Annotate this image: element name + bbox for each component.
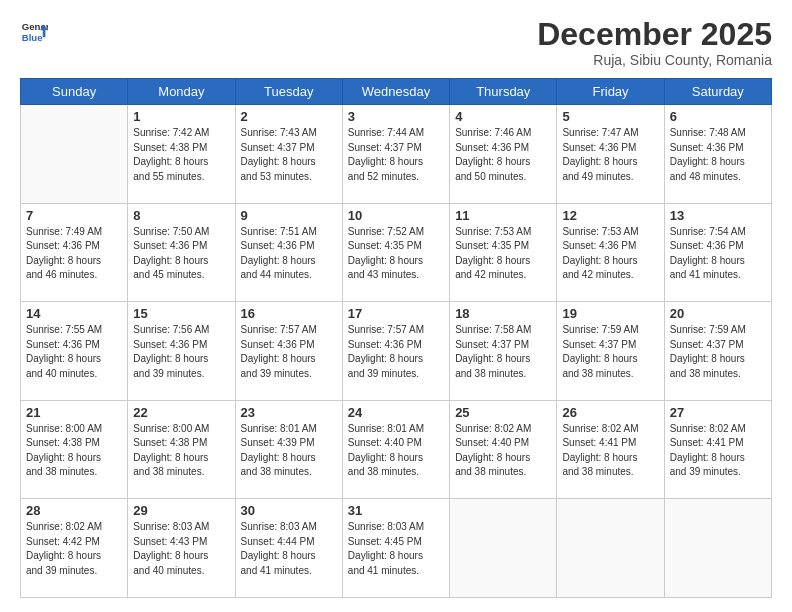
cell-info: Sunrise: 7:43 AM Sunset: 4:37 PM Dayligh… [241,126,337,184]
calendar-cell: 16Sunrise: 7:57 AM Sunset: 4:36 PM Dayli… [235,302,342,401]
cell-info: Sunrise: 7:54 AM Sunset: 4:36 PM Dayligh… [670,225,766,283]
cell-info: Sunrise: 7:59 AM Sunset: 4:37 PM Dayligh… [562,323,658,381]
day-number: 6 [670,109,766,124]
calendar-cell: 7Sunrise: 7:49 AM Sunset: 4:36 PM Daylig… [21,203,128,302]
calendar-cell: 19Sunrise: 7:59 AM Sunset: 4:37 PM Dayli… [557,302,664,401]
cell-info: Sunrise: 8:01 AM Sunset: 4:40 PM Dayligh… [348,422,444,480]
day-number: 10 [348,208,444,223]
calendar-cell: 25Sunrise: 8:02 AM Sunset: 4:40 PM Dayli… [450,400,557,499]
day-number: 22 [133,405,229,420]
day-number: 29 [133,503,229,518]
cell-info: Sunrise: 7:53 AM Sunset: 4:35 PM Dayligh… [455,225,551,283]
logo: General Blue [20,18,48,46]
day-number: 28 [26,503,122,518]
day-number: 26 [562,405,658,420]
day-number: 17 [348,306,444,321]
day-number: 23 [241,405,337,420]
calendar-week-3: 14Sunrise: 7:55 AM Sunset: 4:36 PM Dayli… [21,302,772,401]
month-title: December 2025 [537,18,772,50]
page: General Blue December 2025 Ruja, Sibiu C… [0,0,792,612]
cell-info: Sunrise: 7:44 AM Sunset: 4:37 PM Dayligh… [348,126,444,184]
cell-info: Sunrise: 8:02 AM Sunset: 4:42 PM Dayligh… [26,520,122,578]
day-number: 3 [348,109,444,124]
day-header-sunday: Sunday [21,79,128,105]
cell-info: Sunrise: 7:58 AM Sunset: 4:37 PM Dayligh… [455,323,551,381]
calendar-cell: 14Sunrise: 7:55 AM Sunset: 4:36 PM Dayli… [21,302,128,401]
cell-info: Sunrise: 7:47 AM Sunset: 4:36 PM Dayligh… [562,126,658,184]
cell-info: Sunrise: 7:53 AM Sunset: 4:36 PM Dayligh… [562,225,658,283]
logo-icon: General Blue [20,18,48,46]
day-header-wednesday: Wednesday [342,79,449,105]
calendar-week-4: 21Sunrise: 8:00 AM Sunset: 4:38 PM Dayli… [21,400,772,499]
cell-info: Sunrise: 8:00 AM Sunset: 4:38 PM Dayligh… [26,422,122,480]
day-number: 18 [455,306,551,321]
cell-info: Sunrise: 7:48 AM Sunset: 4:36 PM Dayligh… [670,126,766,184]
cell-info: Sunrise: 7:42 AM Sunset: 4:38 PM Dayligh… [133,126,229,184]
cell-info: Sunrise: 8:03 AM Sunset: 4:45 PM Dayligh… [348,520,444,578]
cell-info: Sunrise: 8:02 AM Sunset: 4:41 PM Dayligh… [670,422,766,480]
cell-info: Sunrise: 8:00 AM Sunset: 4:38 PM Dayligh… [133,422,229,480]
calendar-cell: 31Sunrise: 8:03 AM Sunset: 4:45 PM Dayli… [342,499,449,598]
calendar-cell: 30Sunrise: 8:03 AM Sunset: 4:44 PM Dayli… [235,499,342,598]
calendar-cell: 3Sunrise: 7:44 AM Sunset: 4:37 PM Daylig… [342,105,449,204]
day-number: 13 [670,208,766,223]
cell-info: Sunrise: 7:57 AM Sunset: 4:36 PM Dayligh… [241,323,337,381]
day-number: 5 [562,109,658,124]
day-number: 24 [348,405,444,420]
calendar-cell: 6Sunrise: 7:48 AM Sunset: 4:36 PM Daylig… [664,105,771,204]
calendar-cell [557,499,664,598]
calendar-cell: 1Sunrise: 7:42 AM Sunset: 4:38 PM Daylig… [128,105,235,204]
calendar-week-1: 1Sunrise: 7:42 AM Sunset: 4:38 PM Daylig… [21,105,772,204]
calendar-cell: 13Sunrise: 7:54 AM Sunset: 4:36 PM Dayli… [664,203,771,302]
day-header-tuesday: Tuesday [235,79,342,105]
calendar-cell [21,105,128,204]
calendar-cell: 5Sunrise: 7:47 AM Sunset: 4:36 PM Daylig… [557,105,664,204]
day-header-friday: Friday [557,79,664,105]
title-block: December 2025 Ruja, Sibiu County, Romani… [537,18,772,68]
day-number: 20 [670,306,766,321]
calendar-cell: 23Sunrise: 8:01 AM Sunset: 4:39 PM Dayli… [235,400,342,499]
calendar-cell: 18Sunrise: 7:58 AM Sunset: 4:37 PM Dayli… [450,302,557,401]
calendar-cell: 29Sunrise: 8:03 AM Sunset: 4:43 PM Dayli… [128,499,235,598]
cell-info: Sunrise: 8:02 AM Sunset: 4:41 PM Dayligh… [562,422,658,480]
calendar-week-5: 28Sunrise: 8:02 AM Sunset: 4:42 PM Dayli… [21,499,772,598]
calendar-cell: 11Sunrise: 7:53 AM Sunset: 4:35 PM Dayli… [450,203,557,302]
cell-info: Sunrise: 7:55 AM Sunset: 4:36 PM Dayligh… [26,323,122,381]
calendar-cell: 9Sunrise: 7:51 AM Sunset: 4:36 PM Daylig… [235,203,342,302]
day-number: 27 [670,405,766,420]
calendar-cell: 12Sunrise: 7:53 AM Sunset: 4:36 PM Dayli… [557,203,664,302]
calendar-week-2: 7Sunrise: 7:49 AM Sunset: 4:36 PM Daylig… [21,203,772,302]
day-number: 19 [562,306,658,321]
calendar-cell: 26Sunrise: 8:02 AM Sunset: 4:41 PM Dayli… [557,400,664,499]
calendar-cell: 20Sunrise: 7:59 AM Sunset: 4:37 PM Dayli… [664,302,771,401]
day-number: 30 [241,503,337,518]
cell-info: Sunrise: 7:52 AM Sunset: 4:35 PM Dayligh… [348,225,444,283]
calendar-cell: 27Sunrise: 8:02 AM Sunset: 4:41 PM Dayli… [664,400,771,499]
calendar-cell: 17Sunrise: 7:57 AM Sunset: 4:36 PM Dayli… [342,302,449,401]
calendar-cell [450,499,557,598]
cell-info: Sunrise: 7:51 AM Sunset: 4:36 PM Dayligh… [241,225,337,283]
day-number: 9 [241,208,337,223]
calendar-cell: 21Sunrise: 8:00 AM Sunset: 4:38 PM Dayli… [21,400,128,499]
cell-info: Sunrise: 8:01 AM Sunset: 4:39 PM Dayligh… [241,422,337,480]
cell-info: Sunrise: 8:03 AM Sunset: 4:44 PM Dayligh… [241,520,337,578]
day-number: 11 [455,208,551,223]
cell-info: Sunrise: 8:02 AM Sunset: 4:40 PM Dayligh… [455,422,551,480]
day-header-thursday: Thursday [450,79,557,105]
cell-info: Sunrise: 8:03 AM Sunset: 4:43 PM Dayligh… [133,520,229,578]
cell-info: Sunrise: 7:57 AM Sunset: 4:36 PM Dayligh… [348,323,444,381]
svg-text:Blue: Blue [22,32,43,43]
calendar-cell: 28Sunrise: 8:02 AM Sunset: 4:42 PM Dayli… [21,499,128,598]
calendar-cell: 10Sunrise: 7:52 AM Sunset: 4:35 PM Dayli… [342,203,449,302]
calendar-cell: 2Sunrise: 7:43 AM Sunset: 4:37 PM Daylig… [235,105,342,204]
day-number: 31 [348,503,444,518]
day-header-monday: Monday [128,79,235,105]
calendar-cell: 24Sunrise: 8:01 AM Sunset: 4:40 PM Dayli… [342,400,449,499]
day-header-saturday: Saturday [664,79,771,105]
day-number: 25 [455,405,551,420]
cell-info: Sunrise: 7:59 AM Sunset: 4:37 PM Dayligh… [670,323,766,381]
day-number: 8 [133,208,229,223]
day-number: 7 [26,208,122,223]
day-number: 2 [241,109,337,124]
day-number: 1 [133,109,229,124]
